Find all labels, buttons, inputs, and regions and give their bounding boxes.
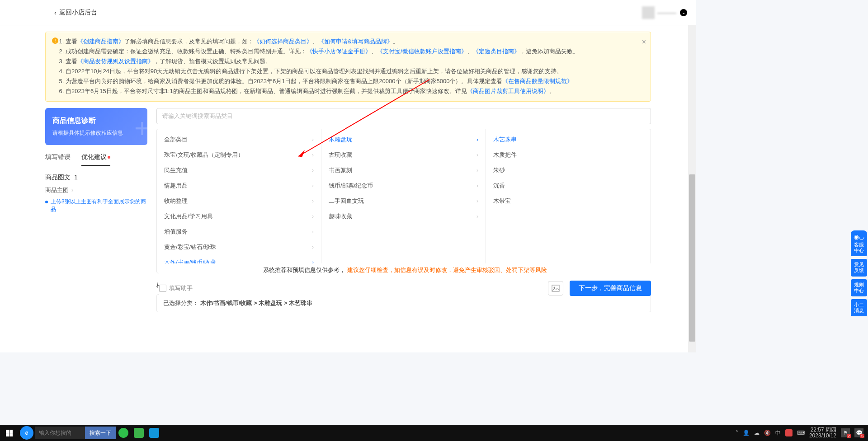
- dock-support[interactable]: ◉◡ 客服中心: [851, 230, 867, 256]
- chevron-right-icon: ›: [476, 213, 478, 220]
- category-panel: 全部类目›珠宝/文玩/收藏品（定制专用）›民生充值›情趣用品›收纳整理›文化用品…: [156, 129, 651, 273]
- category-item[interactable]: 文化用品/学习用具›: [157, 209, 321, 224]
- notice-item: 自2023年6月15日起，平台将对尺寸非1:1的商品主图和商品规格图，在新增商品…: [66, 86, 637, 96]
- support-face-icon: ◉◡: [852, 233, 866, 241]
- notice-item: 查看《商品发货规则及设置指南》，了解现货、预售模式设置规则及常见问题。: [66, 56, 637, 66]
- category-item[interactable]: 情趣用品›: [157, 178, 321, 193]
- category-col-2: 木雕盘玩›古玩收藏›书画篆刻›钱币/邮票/纪念币›二手回血文玩›趣味收藏›: [321, 129, 486, 273]
- category-col-1: 全部类目›珠宝/文玩/收藏品（定制专用）›民生充值›情趣用品›收纳整理›文化用品…: [157, 129, 321, 273]
- diagnosis-title: 商品信息诊断: [52, 116, 140, 126]
- close-icon[interactable]: ×: [642, 36, 646, 48]
- chevron-right-icon: ›: [476, 198, 478, 204]
- notice-link[interactable]: 《快手小店保证金手册》: [307, 48, 371, 55]
- helper-icon: [159, 285, 166, 292]
- scrollbar-track[interactable]: [688, 25, 696, 352]
- category-item[interactable]: 珠宝/文玩/收藏品（定制专用）›: [157, 147, 321, 163]
- notice-link[interactable]: 《创建商品指南》: [77, 38, 124, 45]
- back-to-shop-link[interactable]: ‹ 返回小店后台: [54, 9, 97, 17]
- chevron-right-icon: ›: [312, 244, 314, 250]
- notice-link[interactable]: 《定邀类目指南》: [473, 48, 520, 55]
- image-preview-button[interactable]: [548, 281, 563, 296]
- chevron-right-icon: ›: [312, 167, 314, 174]
- category-item[interactable]: 木质把件: [486, 147, 651, 163]
- category-item[interactable]: 钱币/邮票/纪念币›: [321, 178, 486, 193]
- warning-icon: !: [52, 38, 58, 44]
- red-dot-icon: [108, 156, 110, 159]
- helper-link[interactable]: 填写助手: [159, 284, 193, 292]
- category-item[interactable]: 黄金/彩宝/钻石/珍珠›: [157, 239, 321, 255]
- category-item[interactable]: 木带宝: [486, 193, 651, 209]
- category-item[interactable]: 木艺珠串: [486, 132, 651, 147]
- avatar: [642, 6, 655, 19]
- notice-item: 成功创建商品需要确定：保证金缴纳充足、收款账号设置正确、特殊类目需特别开通。详见…: [66, 47, 637, 56]
- chevron-right-icon: ›: [312, 213, 314, 220]
- category-item[interactable]: 木雕盘玩›: [321, 132, 486, 147]
- notice-item: 自2022年10月24日起，平台将对90天无动销无点击无编辑的商品进行下架处置，…: [66, 66, 637, 76]
- user-info[interactable]: ———: [642, 6, 676, 19]
- notice-link[interactable]: 《商品发货规则及设置指南》: [77, 58, 154, 65]
- chevron-right-icon: ›: [476, 152, 478, 158]
- selected-category: 已选择分类： 木作/书画/钱币/收藏 > 木雕盘玩 > 木艺珠串: [156, 294, 651, 312]
- username: ———: [657, 9, 676, 16]
- category-search-input[interactable]: 请输入关键词搜索商品类目: [156, 108, 651, 124]
- svg-point-3: [554, 286, 555, 288]
- notice-item: 查看《创建商品指南》了解必填商品信息要求，及常见的填写问题，如：《如何选择商品类…: [66, 37, 637, 47]
- chevron-left-icon: ‹: [54, 9, 57, 16]
- dock-feedback[interactable]: 意见反馈: [851, 259, 867, 276]
- chevron-right-icon: ›: [476, 183, 478, 189]
- category-item[interactable]: 书画篆刻›: [321, 163, 486, 178]
- category-item[interactable]: 朱砂: [486, 163, 651, 178]
- category-item[interactable]: 增值服务›: [157, 224, 321, 239]
- diagnosis-sub: 请根据具体提示修改相应信息: [52, 129, 140, 137]
- caret-down-icon[interactable]: ⌄: [680, 9, 687, 16]
- sub-main-image[interactable]: 商品主图 ›: [45, 186, 147, 194]
- category-item[interactable]: 收纳整理›: [157, 193, 321, 209]
- notice-link[interactable]: 《如何申请&填写商品品牌》: [318, 38, 393, 45]
- tip-upload: 上传3张以上主图有利于全面展示您的商品: [45, 198, 147, 213]
- image-icon: [552, 285, 560, 292]
- next-step-button[interactable]: 下一步，完善商品信息: [570, 281, 651, 296]
- chevron-right-icon: ›: [476, 136, 478, 143]
- tab-suggestions[interactable]: 优化建议: [81, 153, 110, 166]
- dock-messages[interactable]: 小二消息: [851, 299, 867, 316]
- notice-banner: ! × 查看《创建商品指南》了解必填商品信息要求，及常见的填写问题，如：《如何选…: [45, 32, 651, 102]
- notice-link[interactable]: 《支付宝/微信收款账户设置指南》: [377, 48, 467, 55]
- footer-advice: 系统推荐和预填信息仅供参考， 建议您仔细检查，如信息有误及时修改，避免产生审核驳…: [159, 263, 651, 281]
- chevron-right-icon: ›: [71, 187, 73, 193]
- back-label: 返回小店后台: [59, 9, 97, 17]
- scrollbar-thumb[interactable]: [689, 174, 695, 342]
- category-item[interactable]: 沉香: [486, 178, 651, 193]
- category-item[interactable]: 民生充值›: [157, 163, 321, 178]
- plus-decoration-icon: +: [134, 113, 147, 144]
- notice-link[interactable]: 《如何选择商品类目》: [254, 38, 312, 45]
- bullet-icon: [45, 201, 48, 203]
- category-col-3: 木艺珠串木质把件朱砂沉香木带宝: [486, 129, 651, 273]
- category-item[interactable]: 二手回血文玩›: [321, 193, 486, 209]
- chevron-right-icon: ›: [312, 136, 314, 143]
- chevron-right-icon: ›: [312, 183, 314, 189]
- chevron-right-icon: ›: [476, 167, 478, 174]
- section-images[interactable]: 商品图文 1: [45, 174, 147, 182]
- notice-item: 为营造平台内良好的购物环境，给商家及消费者提供更加优质的体验。自2023年6月1…: [66, 76, 637, 86]
- category-item[interactable]: 古玩收藏›: [321, 147, 486, 163]
- dock-rules[interactable]: 规则中心: [851, 279, 867, 296]
- diagnosis-card[interactable]: + 商品信息诊断 请根据具体提示修改相应信息: [45, 108, 147, 145]
- chevron-right-icon: ›: [312, 152, 314, 158]
- notice-link[interactable]: 《在售商品数量限制规范》: [502, 78, 573, 84]
- notice-link[interactable]: 《商品图片裁剪工具使用说明》: [467, 88, 549, 94]
- category-item[interactable]: 全部类目›: [157, 132, 321, 147]
- chevron-right-icon: ›: [312, 198, 314, 204]
- chevron-right-icon: ›: [312, 229, 314, 235]
- category-item[interactable]: 趣味收藏›: [321, 209, 486, 224]
- svg-rect-2: [552, 285, 559, 291]
- tab-errors[interactable]: 填写错误: [45, 153, 71, 166]
